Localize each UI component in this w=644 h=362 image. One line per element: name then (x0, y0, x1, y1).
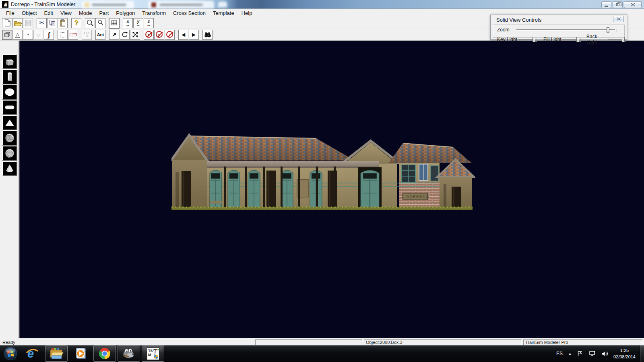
x-axis-button[interactable]: x↔ (123, 18, 133, 28)
taskbar-chrome[interactable] (93, 346, 116, 362)
menu-edit[interactable]: Edit (41, 9, 57, 17)
fill-light-slider[interactable] (562, 39, 579, 40)
palette-geosphere-button[interactable] (2, 130, 17, 146)
circle-tool-button[interactable]: ○ (33, 30, 43, 40)
grid-toggle-button[interactable] (109, 18, 119, 28)
zoom-in-button[interactable] (85, 18, 95, 28)
restore-button[interactable] (613, 1, 623, 8)
right-windows (402, 164, 438, 183)
windows-start-icon (3, 346, 18, 361)
find-button[interactable] (202, 30, 213, 40)
add-point-button[interactable]: ADD (82, 30, 92, 40)
paste-button[interactable] (58, 18, 68, 28)
save-button[interactable] (23, 18, 33, 28)
binoculars-icon (204, 31, 212, 39)
zoom-slider[interactable] (516, 29, 615, 31)
select-rect-button[interactable] (58, 30, 68, 40)
fill-light-thumb[interactable] (576, 37, 579, 42)
gimp-icon (122, 347, 136, 360)
palette-geosphere2-button[interactable] (2, 146, 17, 161)
next-button[interactable]: ▶ (189, 30, 199, 40)
z-axis-button[interactable]: z↔ (144, 18, 154, 28)
clock[interactable]: 1:25 02/08/2014 (613, 347, 636, 360)
volume-icon[interactable] (601, 351, 608, 357)
open-file-button[interactable] (12, 18, 23, 28)
palette-cone-button[interactable] (2, 115, 17, 130)
taskbar-trainsim-modeler[interactable]: TS M (142, 346, 164, 362)
new-file-button[interactable] (2, 18, 12, 28)
palette-ellipsoid-button[interactable] (2, 100, 17, 115)
taskbar-gimp[interactable] (118, 346, 140, 362)
move-tool-button[interactable]: ↗ (109, 30, 119, 40)
palette-sphere-button[interactable] (2, 84, 17, 100)
lock-y-button[interactable]: y (154, 30, 164, 40)
viewport-3d[interactable]: C DORREGO (19, 41, 644, 338)
triangle-tool-button[interactable]: △ (12, 30, 23, 40)
action-center-flag-icon[interactable] (577, 351, 583, 357)
menu-cross-section[interactable]: Cross Section (169, 9, 209, 17)
circle-icon: ○ (37, 32, 40, 38)
measure-button[interactable] (68, 30, 78, 40)
panel-close-button[interactable] (613, 16, 624, 22)
menu-object[interactable]: Object (18, 9, 41, 17)
help-button[interactable]: ? (71, 18, 81, 28)
x-axis-icon: x↔ (126, 20, 130, 26)
lock-x-button[interactable]: x (144, 30, 154, 40)
point-tool-button[interactable]: ▪ (23, 30, 33, 40)
cut-button[interactable]: ✂ (37, 18, 47, 28)
clock-date: 02/08/2014 (613, 354, 636, 360)
cube-icon (3, 31, 11, 39)
start-button[interactable] (1, 345, 20, 362)
box-tool-button[interactable] (2, 30, 12, 40)
close-button[interactable] (624, 1, 642, 8)
box-primitive-icon (4, 56, 16, 68)
title-bar[interactable]: Dorrego - TrainSim Modeler (0, 0, 644, 9)
previous-button[interactable]: ◀ (178, 30, 188, 40)
tray-expand-button[interactable]: ▲ (568, 352, 572, 356)
menu-polygon[interactable]: Polygon (112, 9, 138, 17)
panel-title: Solid View Controls (496, 17, 541, 23)
rotate-tool-button[interactable] (120, 30, 130, 40)
status-object-info: Object:2000:Box.3 (364, 339, 522, 345)
menu-transform[interactable]: Transform (138, 9, 169, 17)
internet-explorer-icon: e (25, 347, 39, 360)
back-light-thumb[interactable] (622, 37, 625, 42)
key-light-slider[interactable] (518, 39, 535, 40)
new-document-icon (3, 19, 11, 27)
taskbar-media-player[interactable] (69, 346, 92, 362)
menu-mode[interactable]: Mode (75, 9, 96, 17)
taskbar-explorer[interactable] (45, 346, 68, 362)
zoom-slider-label: Zoom (497, 27, 516, 33)
menu-view[interactable]: View (57, 9, 75, 17)
solid-view-controls-panel[interactable]: Solid View Controls Zoom Key Light Fill … (490, 14, 627, 40)
animation-button[interactable]: Ani (95, 30, 105, 40)
palette-box-button[interactable] (2, 54, 17, 69)
curve-tool-button[interactable]: ∫ (44, 30, 54, 40)
triangle-icon: △ (15, 32, 20, 38)
palette-cylinder-button[interactable] (2, 69, 17, 84)
key-light-thumb[interactable] (533, 37, 535, 42)
station-sign-text: C DORREGO (401, 195, 429, 199)
svg-text:TS: TS (148, 349, 153, 353)
palette-dome-button[interactable] (2, 161, 17, 176)
back-light-slider[interactable] (608, 39, 624, 40)
language-indicator[interactable]: ES (556, 351, 563, 356)
taskbar-internet-explorer[interactable]: e (21, 346, 43, 362)
network-icon[interactable] (589, 351, 596, 357)
scale-tool-button[interactable] (130, 30, 140, 40)
y-axis-button[interactable]: y↔ (133, 18, 143, 28)
menu-file[interactable]: File (2, 9, 18, 17)
no-y-icon: y (155, 30, 164, 40)
background-tab-text (159, 4, 203, 6)
minimize-button[interactable] (601, 1, 611, 8)
restore-icon (616, 3, 619, 6)
menu-help[interactable]: Help (238, 9, 256, 17)
lock-z-button[interactable]: z (165, 30, 175, 40)
status-bar: Ready Object:2000:Box.3 TrainSim Modeler… (0, 339, 644, 345)
zoom-slider-thumb[interactable] (607, 27, 609, 33)
copy-button[interactable] (47, 18, 57, 28)
show-desktop-button[interactable] (640, 345, 644, 362)
menu-template[interactable]: Template (209, 9, 238, 17)
menu-part[interactable]: Part (95, 9, 112, 17)
zoom-out-button[interactable] (95, 18, 105, 28)
